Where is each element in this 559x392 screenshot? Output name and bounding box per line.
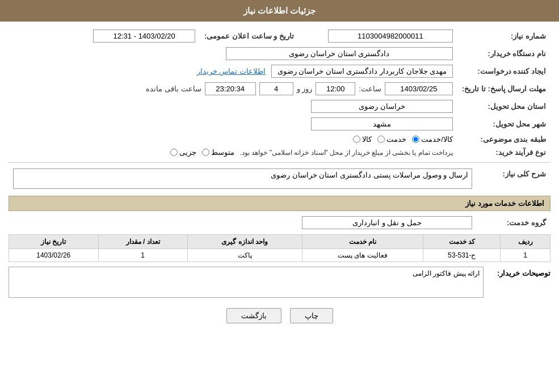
need-number-value: 1103004982000011	[328, 29, 453, 43]
table-row: 1ح-531-53فعالیت های پستپاکت11403/02/26	[9, 249, 550, 262]
send-date-value: 1403/02/25	[385, 82, 453, 95]
process-label: نوع فرآیند خرید:	[457, 146, 550, 159]
creator-label: ایجاد کننده درخواست:	[457, 62, 550, 80]
contact-link[interactable]: اطلاعات تماس خریدار	[197, 67, 266, 75]
buyer-desc-label: توصیحات خریدار:	[488, 267, 550, 277]
category-option-kala-khedmat[interactable]: کالا/خدمت	[412, 135, 453, 144]
col-service-code: کد خدمت	[423, 235, 501, 249]
page-container: جزئیات اطلاعات نیاز شماره نیاز: 11030049…	[0, 0, 559, 392]
send-deadline-cell: 1403/02/25 ساعت: 12:00 روز و 4 23:20:34 …	[9, 80, 457, 98]
province-cell: خراسان رضوی	[9, 98, 457, 115]
category-kala-label: کالا	[362, 135, 372, 144]
col-index: ردیف	[501, 235, 550, 249]
send-time-value: 12:00	[316, 82, 355, 95]
col-unit: واحد اندازه گیری	[187, 235, 302, 249]
category-kala-khedmat-label: کالا/خدمت	[421, 135, 453, 144]
buyer-desc-box	[9, 267, 484, 300]
page-header: جزئیات اطلاعات نیاز	[0, 0, 559, 22]
process-option-motavasset[interactable]: متوسط	[202, 148, 234, 157]
page-title: جزئیات اطلاعات نیاز	[243, 6, 316, 15]
buyer-org-cell: دادگستری استان خراسان رضوی	[9, 45, 457, 62]
creator-value: مهدی جلاجان کاربردار دادگستری استان خراس…	[271, 65, 453, 78]
category-khedmat-label: خدمت	[386, 135, 406, 144]
service-group-table: گروه خدمت: حمل و نقل و انبارداری	[9, 214, 550, 231]
send-remain-label: ساعت باقی مانده	[146, 85, 201, 93]
category-option-kala[interactable]: کالا	[353, 135, 372, 144]
announce-value: 1403/02/20 - 12:31	[93, 29, 195, 43]
buyer-org-value: دادگستری استان خراسان رضوی	[226, 47, 453, 60]
send-deadline-label: مهلت ارسال پاسخ: تا تاریخ:	[457, 80, 550, 98]
need-desc-table: شرح کلی نیاز: ارسال و وصول مراسلات پستی …	[9, 166, 550, 191]
print-button[interactable]: چاپ	[290, 308, 333, 323]
buyer-org-label: نام دستگاه خریدار:	[457, 45, 550, 62]
send-remain-value: 23:20:34	[205, 82, 256, 95]
city-label: شهر محل تحویل:	[457, 115, 550, 133]
need-desc-label: شرح کلی نیاز:	[477, 166, 550, 191]
city-value: مشهد	[311, 117, 453, 130]
need-desc-value: ارسال و وصول مراسلات پستی دادگستری استان…	[13, 168, 472, 189]
col-service-name: نام خدمت	[302, 235, 423, 249]
process-cell: پرداخت تمام یا بخشی از مبلغ خریدار از مح…	[9, 146, 457, 159]
col-quantity: تعداد / مقدار	[98, 235, 187, 249]
process-motavasset-label: متوسط	[211, 148, 234, 157]
col-date: تاریخ نیاز	[9, 235, 99, 249]
send-time-label: ساعت:	[359, 85, 381, 93]
main-content: شماره نیاز: 1103004982000011 تاریخ و ساع…	[0, 22, 559, 338]
button-row: چاپ بازگشت	[9, 308, 550, 323]
province-label: استان محل تحویل:	[457, 98, 550, 115]
creator-cell: مهدی جلاجان کاربردار دادگستری استان خراس…	[9, 62, 457, 80]
divider-1	[9, 162, 550, 163]
buyer-desc-row: توصیحات خریدار:	[9, 267, 550, 300]
announce-label: تاریخ و ساعت اعلان عمومی:	[200, 27, 299, 45]
send-days-value: 4	[259, 82, 293, 95]
service-group-cell: حمل و نقل و انبارداری	[9, 214, 477, 231]
need-number-label: شماره نیاز:	[457, 27, 550, 45]
services-section-title: اطلاعات خدمات مورد نیاز	[9, 196, 550, 211]
send-days-label: روز و	[297, 85, 313, 93]
buyer-desc-textarea[interactable]	[9, 267, 484, 298]
process-note: پرداخت تمام یا بخشی از مبلغ خریدار از مح…	[240, 149, 453, 157]
process-option-jozi[interactable]: جزیی	[170, 148, 196, 157]
buyer-desc-section: توصیحات خریدار:	[9, 267, 550, 300]
category-label: طبقه بندی موضوعی:	[457, 133, 550, 146]
back-button[interactable]: بازگشت	[226, 308, 281, 323]
service-group-value: حمل و نقل و انبارداری	[302, 216, 472, 229]
need-desc-cell: ارسال و وصول مراسلات پستی دادگستری استان…	[9, 166, 477, 191]
process-jozi-label: جزیی	[179, 148, 196, 157]
province-value: خراسان رضوی	[311, 100, 453, 113]
services-table: ردیف کد خدمت نام خدمت واحد اندازه گیری ت…	[9, 234, 550, 262]
category-cell: کالا/خدمت خدمت کالا	[9, 133, 457, 146]
service-group-label: گروه خدمت:	[477, 214, 550, 231]
need-number-cell: 1103004982000011	[299, 27, 457, 45]
basic-info-table: شماره نیاز: 1103004982000011 تاریخ و ساع…	[9, 27, 550, 159]
announce-value-cell: 1403/02/20 - 12:31	[9, 27, 200, 45]
city-cell: مشهد	[9, 115, 457, 133]
category-option-khedmat[interactable]: خدمت	[377, 135, 406, 144]
